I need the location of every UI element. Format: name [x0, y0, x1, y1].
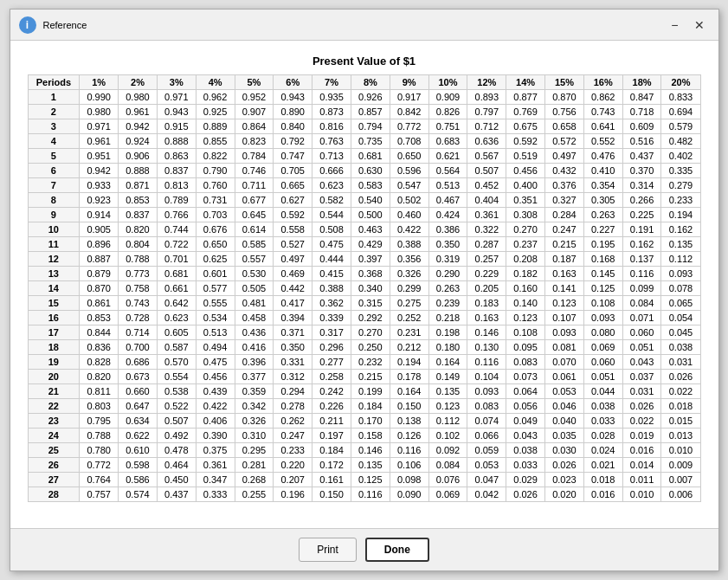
value-cell: 0.388 — [390, 237, 428, 252]
value-cell: 0.225 — [622, 208, 661, 222]
value-cell: 0.319 — [428, 252, 467, 267]
value-cell: 0.020 — [545, 487, 584, 502]
value-cell: 0.746 — [235, 164, 274, 178]
value-cell: 0.116 — [390, 443, 428, 458]
value-cell: 0.811 — [80, 384, 119, 399]
value-cell: 0.182 — [506, 267, 545, 281]
value-cell: 0.961 — [119, 105, 158, 119]
value-cell: 0.135 — [661, 237, 700, 252]
minimize-button[interactable]: − — [666, 16, 683, 34]
value-cell: 0.862 — [583, 90, 622, 105]
value-cell: 0.158 — [351, 429, 390, 443]
value-cell: 0.757 — [80, 487, 119, 502]
table-row: 20.9800.9610.9430.9250.9070.8900.8730.85… — [28, 105, 700, 119]
value-cell: 0.010 — [661, 443, 700, 458]
value-cell: 0.769 — [506, 105, 545, 119]
value-cell: 0.907 — [235, 105, 274, 119]
period-cell: 24 — [28, 429, 80, 443]
value-cell: 0.402 — [661, 149, 700, 164]
value-cell: 0.239 — [428, 296, 467, 311]
value-cell: 0.400 — [506, 178, 545, 193]
col-header-6%: 6% — [274, 75, 312, 90]
value-cell: 0.162 — [622, 237, 661, 252]
value-cell: 0.887 — [80, 252, 119, 267]
value-cell: 0.295 — [235, 443, 274, 458]
value-cell: 0.263 — [428, 281, 467, 296]
period-cell: 3 — [28, 119, 80, 134]
table-row: 50.9510.9060.8630.8220.7840.7470.7130.68… — [28, 149, 700, 164]
value-cell: 0.795 — [80, 414, 119, 429]
value-cell: 0.763 — [312, 134, 351, 149]
value-cell: 0.376 — [545, 178, 584, 193]
table-row: 230.7950.6340.5070.4060.3260.2620.2110.1… — [28, 414, 700, 429]
print-button[interactable]: Print — [299, 538, 357, 562]
value-cell: 0.888 — [119, 164, 158, 178]
period-cell: 18 — [28, 340, 80, 355]
value-cell: 0.326 — [235, 414, 274, 429]
value-cell: 0.016 — [622, 443, 661, 458]
value-cell: 0.215 — [351, 370, 390, 384]
table-row: 210.8110.6600.5380.4390.3590.2940.2420.1… — [28, 384, 700, 399]
value-cell: 0.481 — [235, 296, 274, 311]
value-cell: 0.642 — [157, 296, 196, 311]
present-value-table: Periods1%2%3%4%5%6%7%8%9%10%12%14%15%16%… — [28, 74, 701, 502]
period-cell: 27 — [28, 473, 80, 487]
value-cell: 0.475 — [312, 237, 351, 252]
value-cell: 0.701 — [157, 252, 196, 267]
value-cell: 0.820 — [80, 370, 119, 384]
value-cell: 0.522 — [157, 399, 196, 414]
table-row: 110.8960.8040.7220.6500.5850.5270.4750.4… — [28, 237, 700, 252]
table-row: 160.8530.7280.6230.5340.4580.3940.3390.2… — [28, 311, 700, 325]
value-cell: 0.354 — [583, 178, 622, 193]
value-cell: 0.095 — [506, 340, 545, 355]
value-cell: 0.076 — [428, 473, 467, 487]
value-cell: 0.888 — [157, 134, 196, 149]
content-area: Present Value of $1 Periods1%2%3%4%5%6%7… — [10, 41, 718, 528]
value-cell: 0.278 — [274, 399, 312, 414]
value-cell: 0.450 — [157, 473, 196, 487]
period-cell: 4 — [28, 134, 80, 149]
value-cell: 0.009 — [661, 458, 700, 473]
value-cell: 0.713 — [312, 149, 351, 164]
table-row: 130.8790.7730.6810.6010.5300.4690.4150.3… — [28, 267, 700, 281]
value-cell: 0.108 — [506, 325, 545, 340]
table-row: 190.8280.6860.5700.4750.3960.3310.2770.2… — [28, 355, 700, 370]
period-cell: 13 — [28, 267, 80, 281]
value-cell: 0.237 — [506, 237, 545, 252]
value-cell: 0.681 — [157, 267, 196, 281]
value-cell: 0.772 — [80, 458, 119, 473]
value-cell: 0.758 — [119, 281, 158, 296]
value-cell: 0.482 — [661, 134, 700, 149]
value-cell: 0.199 — [351, 384, 390, 399]
value-cell: 0.327 — [545, 193, 584, 208]
value-cell: 0.790 — [196, 164, 235, 178]
value-cell: 0.268 — [235, 473, 274, 487]
value-cell: 0.090 — [390, 487, 428, 502]
value-cell: 0.015 — [661, 414, 700, 429]
value-cell: 0.429 — [351, 237, 390, 252]
value-cell: 0.933 — [80, 178, 119, 193]
value-cell: 0.494 — [196, 340, 235, 355]
value-cell: 0.031 — [622, 384, 661, 399]
value-cell: 0.557 — [235, 252, 274, 267]
value-cell: 0.011 — [622, 473, 661, 487]
value-cell: 0.073 — [506, 370, 545, 384]
col-header-10%: 10% — [428, 75, 467, 90]
period-cell: 1 — [28, 90, 80, 105]
value-cell: 0.390 — [196, 429, 235, 443]
period-cell: 11 — [28, 237, 80, 252]
value-cell: 0.980 — [119, 90, 158, 105]
value-cell: 0.170 — [351, 414, 390, 429]
value-cell: 0.789 — [157, 193, 196, 208]
close-button[interactable]: ✕ — [689, 16, 710, 34]
value-cell: 0.837 — [119, 208, 158, 222]
value-cell: 0.735 — [351, 134, 390, 149]
value-cell: 0.281 — [235, 458, 274, 473]
value-cell: 0.125 — [583, 281, 622, 296]
value-cell: 0.577 — [196, 281, 235, 296]
value-cell: 0.123 — [545, 296, 584, 311]
table-row: 10.9900.9800.9710.9620.9520.9430.9350.92… — [28, 90, 700, 105]
done-button[interactable]: Done — [365, 538, 429, 562]
value-cell: 0.060 — [583, 355, 622, 370]
value-cell: 0.347 — [196, 473, 235, 487]
